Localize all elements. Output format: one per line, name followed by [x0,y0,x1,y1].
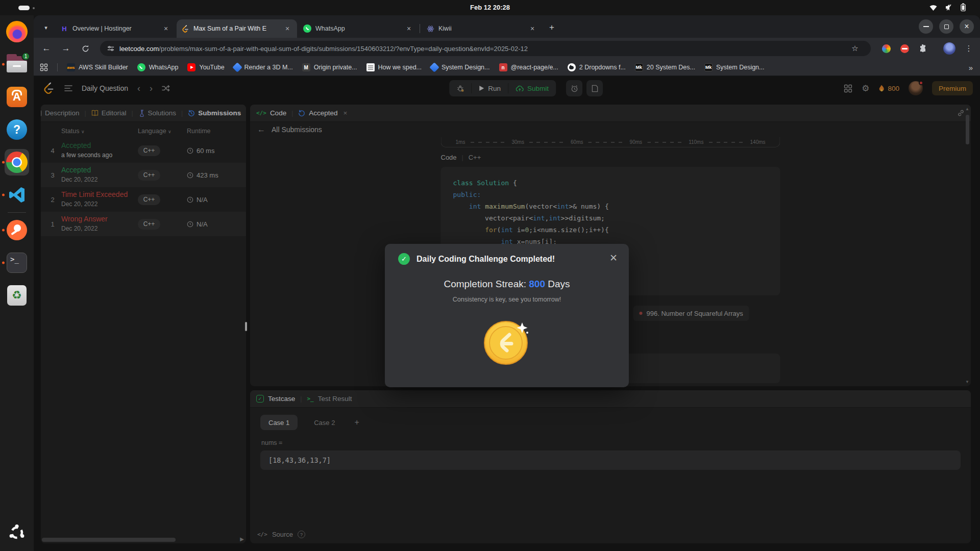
help-icon: ? [7,119,27,140]
success-check-icon: ✓ [398,253,410,265]
bookmark-youtube[interactable]: YouTube [187,63,224,71]
bookmark-whatsapp[interactable]: WhatsApp [137,63,179,71]
whatsapp-icon [137,63,145,71]
bookmark-render-3d[interactable]: Render a 3D M... [234,64,293,71]
url-text: leetcode.com/problems/max-sum-of-a-pair-… [119,45,528,53]
close-window-button[interactable]: × [960,19,974,34]
running-dot [2,161,5,164]
dock-divider [8,212,26,213]
system-top-bar: Feb 12 20:28 [0,0,980,15]
app-store-icon: A [7,87,27,107]
running-dot [2,229,5,232]
browser-toolbar: ← → leetcode.com/problems/max-sum-of-a-p… [34,38,980,59]
running-dot [2,194,5,196]
gem-icon [232,62,242,72]
tab-whatsapp[interactable]: WhatsApp × [298,19,419,38]
bookmark-20-system[interactable]: Mk20 System Des... [635,63,695,71]
system-tray[interactable] [929,3,966,11]
files-badge: 1 [21,52,30,61]
youtube-icon [187,63,195,71]
streak-line: Completion Streak: 800 Days [385,279,629,290]
dock-item-firefox[interactable] [0,15,34,48]
clock[interactable]: Feb 12 20:28 [470,4,510,11]
bookmark-aws[interactable]: awsAWS Skill Builder [67,63,128,71]
tab-leetcode[interactable]: Max Sum of a Pair With E × [177,19,297,38]
tab-hostinger[interactable]: H Overview | Hostinger × [55,19,176,38]
bookmark-system-design-1[interactable]: System Design... [431,64,489,71]
modal-subtitle: Consistency is key, see you tomorrow! [385,296,629,303]
dock-item-terminal[interactable]: >_ [0,246,34,279]
postman-icon [7,220,27,240]
bookmarks-divider [57,63,58,71]
close-tab-icon[interactable]: × [528,24,537,33]
bookmark-how-we-sped[interactable]: How we sped... [366,63,422,71]
bookmark-star-icon[interactable]: ☆ [849,43,861,54]
running-dot [2,262,5,264]
browser-window: ▾ H Overview | Hostinger × Max Sum of a … [34,15,980,551]
dock-item-show-apps[interactable] [0,516,34,549]
forward-button[interactable]: → [60,43,71,54]
running-dot [2,63,5,66]
m-icon: M [302,63,310,71]
dock-item-vscode[interactable] [0,179,34,211]
address-bar[interactable]: leetcode.com/problems/max-sum-of-a-pair-… [100,41,871,56]
extension-adblock-icon[interactable] [898,42,911,55]
firefox-icon [6,21,28,42]
tab-divider [420,24,420,33]
vscode-icon [7,185,27,205]
tab-search-button[interactable]: ▾ [40,21,52,34]
dock-item-chrome[interactable] [0,146,34,179]
close-tab-icon[interactable]: × [283,24,292,33]
aws-icon: aws [67,63,75,71]
hostinger-favicon: H [60,24,68,33]
workspace-dot [33,7,35,9]
apps-grid-icon[interactable] [40,63,48,71]
bookmark-system-design-2[interactable]: MkSystem Design... [704,63,764,71]
dock-item-files[interactable]: 1 [0,48,34,81]
extension-colorful-icon[interactable] [880,42,892,55]
files-icon: 1 [7,56,27,72]
dock-item-app-store[interactable]: A [0,81,34,113]
leetcode-page: Daily Question ‹ › Run Submit [34,76,980,551]
site-settings-icon[interactable] [107,45,114,52]
leetcode-favicon [182,25,189,33]
workspace-indicator [18,6,30,10]
mk-icon: Mk [704,63,713,71]
trash-icon: ♻ [7,285,27,306]
mk-icon: Mk [635,63,643,71]
close-tab-icon[interactable]: × [404,24,413,33]
bookmark-react-page[interactable]: n@react-page/e... [499,63,558,71]
restore-button[interactable] [939,19,953,34]
npm-icon: n [499,63,507,71]
ubuntu-icon [8,523,26,542]
dock-item-postman[interactable] [0,214,34,246]
minimize-button[interactable] [919,19,933,34]
bookmarks-overflow-chevron[interactable]: » [969,63,973,72]
tab-strip: ▾ H Overview | Hostinger × Max Sum of a … [34,15,980,38]
profile-avatar[interactable] [943,42,955,55]
dock-item-help[interactable]: ? [0,113,34,146]
bookmark-dropdowns[interactable]: 2 Dropdowns f... [568,63,626,71]
reload-button[interactable] [80,43,91,54]
chrome-icon [6,152,28,173]
volume-muted-icon [945,4,953,11]
streak-value: 800 [529,279,545,289]
modal-close-icon[interactable]: ✕ [609,252,618,264]
close-tab-icon[interactable]: × [161,24,170,33]
wifi-icon [929,4,938,11]
tab-kiwii[interactable]: Kiwii × [422,19,542,38]
modal-title: Daily Coding Challenge Completed! [416,255,555,264]
battery-icon [961,3,966,11]
page-icon [366,63,375,71]
dock: 1 A ? >_ ♻ [0,15,34,551]
new-tab-button[interactable]: + [546,22,557,33]
streak-coin [482,318,531,367]
react-favicon [427,25,434,33]
bookmark-origin-private[interactable]: MOrigin private... [302,63,357,71]
back-button[interactable]: ← [41,43,52,54]
dock-item-trash[interactable]: ♻ [0,279,34,312]
menu-kebab-icon[interactable]: ⋮ [963,42,975,55]
github-icon [568,63,576,71]
extensions-puzzle-icon[interactable] [917,42,929,55]
gem-icon [429,62,439,72]
